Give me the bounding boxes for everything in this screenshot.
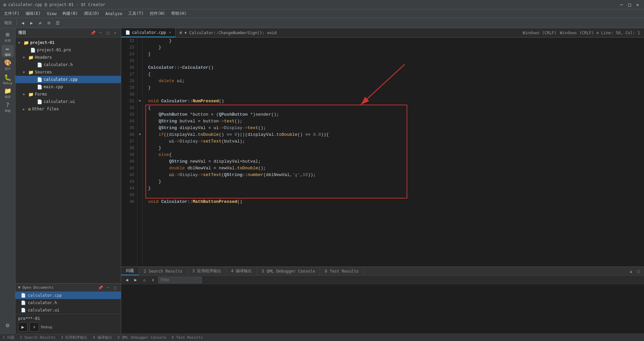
bottom-tab-compile[interactable]: 4 编译输出 [226,267,257,275]
tree-item-calculator-ui[interactable]: 📄 calculator.ui [15,98,121,105]
open-docs-title: Open Documents [22,285,54,290]
appoutput-tab-label: 3 应用程序输出 [192,268,221,274]
toolbar-sync[interactable]: ⇄ [37,19,44,27]
bottom-tab-test[interactable]: 6 Test Results [320,267,364,275]
maximize-button[interactable]: □ [627,2,633,8]
status-app-output[interactable]: 3 应用程序输出 [61,335,87,340]
fold-34 [137,118,142,125]
fold-41 [137,165,142,172]
tab-close-button[interactable]: ✕ [169,30,171,35]
fold-39 [137,152,142,158]
bottom-nav-back[interactable]: ◀ [123,276,131,284]
ln-30: 30 [124,91,134,98]
tree-item-headers[interactable]: ▼ 📁 Headers [15,54,121,61]
menu-help[interactable]: 帮助(H) [169,10,189,17]
toolbar-collapse[interactable]: ⊟ [45,19,53,27]
tree-icon-headers: 📁 [28,55,34,60]
bottom-tab-search[interactable]: 2 Search Results [139,267,188,275]
code-line-22: } [148,38,639,44]
fold-32 [137,105,142,111]
tree-icon-project: 📁 [24,40,29,45]
menu-view[interactable]: View [44,11,59,17]
bottom-tab-appoutput[interactable]: 3 应用程序输出 [188,267,226,275]
tree-item-calculator-h[interactable]: 📄 calculator.h [15,61,121,68]
compile-tab-label: 4 编译输出 [231,268,252,274]
panel-pin-button[interactable]: 📌 [90,30,96,36]
menu-tools[interactable]: 工具(T) [126,10,146,17]
status-qml[interactable]: 5 QML Debugger Console [118,335,167,340]
sidebar-design[interactable]: 🎨 设计 [2,59,14,71]
tree-item-pro[interactable]: 📄 project-01.pro [15,46,121,54]
status-bar: 1 问题 2 Search Results 3 应用程序输出 4 编译输出 5 … [0,334,644,341]
ln-35: 35 [124,125,134,131]
file-tree-panel: 项目 📌 ─ □ ✕ ▼ 📁 project-01 📄 project-01.p… [15,28,121,334]
filter-input[interactable] [158,277,202,283]
tree-label-sources: Sources [35,70,52,74]
bottom-tab-issues[interactable]: 问题 [121,267,139,275]
menu-build[interactable]: 构建(B) [60,10,81,17]
toolbar-project-label: 项目 [2,20,14,26]
close-button[interactable]: ✕ [635,2,641,8]
bottom-warning-filter[interactable]: ⚠ [141,276,148,284]
ln-33: 33 [124,111,134,118]
bottom-tab-qml[interactable]: 5 QML Debugger Console [257,267,320,275]
bottom-sort[interactable]: ↕ [149,276,157,284]
tree-item-other-files[interactable]: ▶ ⚙ Other files [15,105,121,113]
tree-item-sources[interactable]: ▼ 📁 Sources [15,68,121,76]
debug-icon: 🐛 [4,74,11,81]
fold-36[interactable]: ▼ [137,131,142,138]
fold-25 [137,58,142,64]
code-line-23: } [148,44,639,51]
ln-23: 23 [124,44,134,51]
open-doc-calc-h[interactable]: 📄 calculator.h [15,299,121,306]
fold-45 [137,192,142,198]
tree-arrow-forms: ▼ [23,93,27,96]
tree-item-forms[interactable]: ▼ 📁 Forms [15,91,121,98]
bottom-nav-forward[interactable]: ▶ [132,276,139,284]
toolbar-nav-back[interactable]: ◀ [19,19,27,27]
open-docs-max[interactable]: □ [112,285,118,291]
menu-file[interactable]: 文件(F) [1,10,22,17]
sidebar-welcome[interactable]: ⊞ 欢迎 [2,31,14,43]
bottom-panel-collapse[interactable]: ▲ [628,268,634,274]
fold-33 [137,111,142,118]
project-icon: 📁 [4,87,11,94]
sidebar-edit[interactable]: ✏ 编辑 [2,45,14,57]
tree-item-calculator-cpp[interactable]: 📄 calculator.cpp [15,76,121,83]
panel-close-button[interactable]: ✕ [112,30,118,36]
tree-item-main-cpp[interactable]: 📄 main.cpp [15,83,121,91]
toolbar-filter[interactable]: ☰ [54,19,61,27]
status-compile[interactable]: 4 编译输出 [93,335,112,340]
menu-controls[interactable]: 控件(W) [147,10,168,17]
side-bottom-icons: ⚙ [2,319,14,334]
tree-item-project-01[interactable]: ▼ 📁 project-01 [15,39,121,46]
panel-minimize-button[interactable]: ─ [97,30,103,36]
menu-edit[interactable]: 编辑(E) [23,10,44,17]
sidebar-project[interactable]: 📁 项目 [2,87,14,99]
toolbar-nav-forward[interactable]: ▶ [28,19,35,27]
fold-31[interactable]: ▼ [137,98,142,105]
status-search[interactable]: 2 Search Results [20,335,55,340]
status-test[interactable]: 6 Test Results [172,335,203,340]
sidebar-help[interactable]: ? 帮助 [2,101,14,113]
open-docs-min[interactable]: ─ [105,285,111,291]
code-editor[interactable]: 22 23 24 25 26 27 28 29 30 31 32 33 34 3… [121,38,644,267]
open-docs-header[interactable]: ▼ Open Documents 📌 ─ □ [15,284,121,292]
tab-info: Windows (CRLF) Windows (CRLF) ≡ Line: 58… [518,28,644,37]
tree-icon-calc-cpp: 📄 [37,77,42,82]
menu-debug[interactable]: 调试(D) [81,10,102,17]
code-content[interactable]: } } } Calculator::~Calculator() { delete… [143,38,644,267]
run-button[interactable]: ▶ [18,322,28,332]
bottom-panel-expand[interactable]: □ [635,268,641,274]
tab-calculator-cpp[interactable]: 📄 calculator.cpp ✕ [121,28,176,37]
open-doc-calc-cpp[interactable]: 📄 calculator.cpp [15,292,121,299]
build-run-button[interactable]: ⚡ [30,322,39,332]
minimize-button[interactable]: ─ [618,2,625,8]
sidebar-debug[interactable]: 🐛 Debug [2,73,14,85]
sidebar-settings[interactable]: ⚙ [2,319,14,331]
open-docs-pin[interactable]: 📌 [97,285,103,291]
open-doc-calc-ui[interactable]: 📄 calculator.ui [15,306,121,314]
menu-analyze[interactable]: Analyze [103,11,125,17]
panel-maximize-button[interactable]: □ [105,30,111,36]
status-issues[interactable]: 1 问题 [3,335,14,340]
